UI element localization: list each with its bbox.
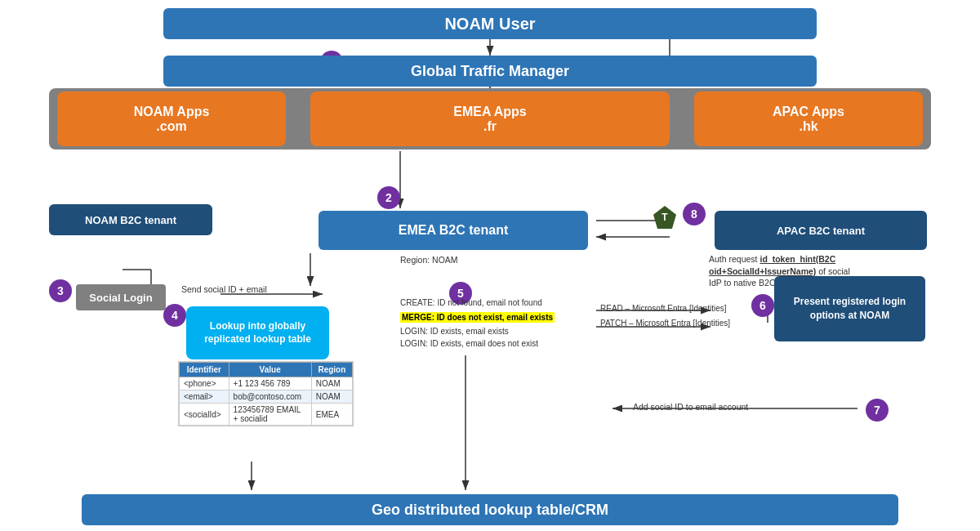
add-social-label: Add social ID to email account [633,402,748,412]
noam-user-box: NOAM User [163,8,817,39]
apac-b2c-box: APAC B2C tenant [715,211,927,250]
region-noam-label: Region: NOAM [400,255,458,265]
present-box: Present registered login options at NOAM [774,276,925,341]
badge-6: 6 [751,294,774,317]
badge-2: 2 [377,186,400,209]
merge-label: MERGE: ID does not exist, email exists [400,312,555,323]
emea-b2c-box: EMEA B2C tenant [318,211,588,250]
noam-b2c-box: NOAM B2C tenant [49,204,212,235]
send-social-label: Send social ID + email [181,284,267,294]
table-row: <phone> +1 123 456 789 NOAM [180,377,353,390]
badge-8: 8 [683,203,706,225]
global-traffic-box: Global Traffic Manager [163,56,817,87]
social-login-box: Social Login [76,284,166,310]
badge-3: 3 [49,279,72,302]
geo-distributed-box: Geo distributed lookup table/CRM [82,494,898,525]
read-label: READ – Microsoft Entra [Identities] [600,304,727,313]
login1-label: LOGIN: ID exists, email exists [400,327,509,336]
badge-7: 7 [866,399,889,422]
login2-label: LOGIN: ID exists, email does not exist [400,339,538,348]
pentagon-t-badge: T [653,206,676,229]
apac-apps-box: APAC Apps .hk [694,91,923,146]
noam-apps-box: NOAM Apps .com [57,91,286,146]
table-row: <socialId> 123456789 EMAIL+ socialid EME… [180,404,353,426]
emea-apps-box: EMEA Apps .fr [310,91,670,146]
diagram-container: NOAM User 1 Global Traffic Manager NOAM … [0,0,980,531]
create-label: CREATE: ID not found, email not found [400,298,542,307]
lookup-box: Lookup into globally replicated lookup t… [186,306,329,359]
patch-label: PATCH – Microsoft Entra [Identities] [600,319,730,328]
table-row: <email> bob@contoso.com NOAM [180,390,353,404]
badge-4: 4 [163,304,186,327]
lookup-table: Identifier Value Region <phone> +1 123 4… [178,361,354,426]
